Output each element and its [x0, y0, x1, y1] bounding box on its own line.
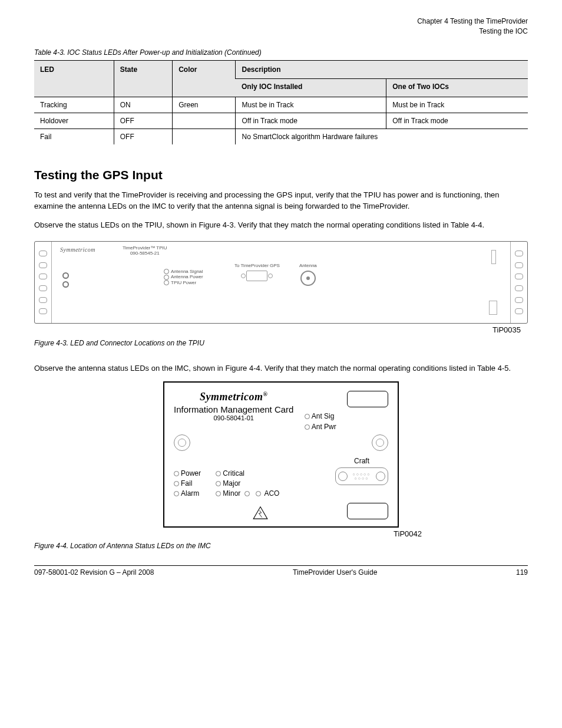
minor-label: Minor	[223, 489, 240, 498]
led-icon	[164, 275, 169, 280]
led-icon	[174, 491, 179, 496]
antenna-power-label: Antenna Power	[171, 274, 203, 279]
ioc-status-led-table: LED State Color Description Only IOC Ins…	[34, 60, 528, 144]
body-text: Observe the antenna status LEDs on the I…	[34, 363, 528, 374]
thumbscrew-icon	[174, 434, 190, 451]
antenna-port-label: Antenna	[299, 263, 317, 268]
table-row: Fail OFF No SmartClock algorithm Hardwar…	[34, 129, 528, 144]
led-icon	[164, 280, 169, 285]
power-terminal-icon	[62, 272, 71, 279]
tpiu-power-label: TPIU Power	[171, 280, 196, 285]
body-text: To test and verify that the TimeProvider…	[34, 189, 528, 212]
figure-id: TiP0035	[34, 325, 521, 334]
led-icon	[174, 471, 179, 476]
figure-caption: Figure 4-4. Location of Antenna Status L…	[34, 542, 528, 550]
body-text: Observe the status LEDs on the TPIU, sho…	[34, 219, 528, 231]
major-label: Major	[223, 479, 240, 487]
thumbscrew-icon	[372, 434, 388, 451]
brand-logo: Symmetricom®	[174, 391, 293, 403]
antenna-signal-label: Antenna Signal	[171, 269, 203, 274]
tpiu-panel: Symmetricom TimeProvider™ TPIU 090-58545…	[51, 242, 511, 323]
page-header: Chapter 4 Testing the TimeProvider Testi…	[34, 17, 528, 37]
footer-left: 097-58001-02 Revision G – April 2008	[34, 568, 154, 577]
col-color: Color	[173, 60, 236, 97]
page-footer: 097-58001-02 Revision G – April 2008 Tim…	[34, 565, 528, 577]
power-label: Power	[181, 469, 201, 477]
figure-tpiu: Symmetricom TimeProvider™ TPIU 090-58545…	[34, 241, 528, 334]
rj-port-icon	[246, 271, 267, 281]
led-icon	[216, 471, 221, 476]
led-icon	[216, 481, 221, 486]
figure-imc: Symmetricom® Information Management Card…	[34, 381, 528, 538]
slot-icon	[491, 250, 496, 264]
figure-id: TiP0042	[34, 529, 422, 538]
table-caption: Table 4-3. IOC Status LEDs After Power-u…	[34, 48, 528, 57]
section-label: Testing the IOC	[34, 27, 528, 37]
figure-caption: Figure 4-3. LED and Connector Locations …	[34, 339, 528, 347]
esd-warning-icon	[253, 506, 268, 519]
brand-logo: Symmetricom	[60, 246, 95, 253]
model-label: TimeProvider™ TPIU	[123, 245, 167, 251]
rack-ear-left	[35, 242, 51, 323]
ant-sig-label: Ant Sig	[312, 412, 335, 420]
chapter-label: Chapter 4 Testing the TimeProvider	[34, 17, 528, 27]
led-icon	[174, 481, 179, 486]
footer-center: TimeProvider User's Guide	[293, 568, 377, 577]
col-desc-oneoftwo: One of Two IOCs	[386, 78, 528, 97]
imc-card-panel: Symmetricom® Information Management Card…	[163, 381, 399, 528]
table-row: Holdover OFF Off in Track mode Off in Tr…	[34, 113, 528, 129]
part-label: 090-58545-21	[123, 251, 167, 256]
craft-label: Craft	[335, 457, 388, 465]
serial-port-icon: ○○○○○○○○○	[335, 467, 388, 485]
section-heading: Testing the GPS Input	[34, 168, 528, 182]
eject-tab-icon	[347, 503, 388, 519]
col-desc-only: Only IOC Installed	[236, 78, 386, 97]
fail-label: Fail	[181, 479, 192, 487]
ant-pwr-label: Ant Pwr	[312, 423, 336, 431]
table-row: Tracking ON Green Must be in Track Must …	[34, 97, 528, 113]
footer-right: 119	[516, 568, 528, 577]
col-state: State	[114, 60, 172, 97]
ground-terminal-icon	[62, 281, 71, 288]
col-led: LED	[34, 60, 114, 97]
critical-label: Critical	[223, 469, 244, 477]
eject-tab-icon	[347, 391, 388, 407]
tnc-connector-icon	[300, 271, 316, 286]
led-icon	[216, 491, 221, 496]
col-desc: Description	[236, 60, 528, 78]
screw-block-icon	[489, 301, 497, 315]
led-icon	[305, 414, 310, 419]
card-title: Information Management Card	[174, 404, 293, 414]
rack-ear-right	[511, 242, 527, 323]
aco-label: ACO	[264, 489, 279, 498]
card-part: 090-58041-01	[174, 414, 293, 421]
gps-port-label: To TimeProvider GPS	[234, 263, 280, 268]
led-icon	[256, 491, 261, 496]
led-icon	[164, 269, 169, 274]
led-icon	[244, 491, 250, 496]
alarm-label: Alarm	[181, 489, 199, 498]
led-icon	[305, 424, 310, 430]
